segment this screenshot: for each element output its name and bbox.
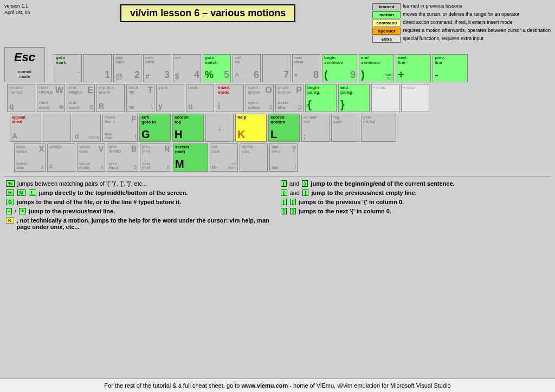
key-P-top: pastebefore — [278, 86, 291, 95]
key-N-main: N — [164, 145, 170, 153]
key-C-main: c — [49, 163, 53, 170]
key-slash: find(rev.) find ? / — [269, 143, 298, 172]
key-minus: prevline - — [433, 54, 468, 82]
version-info: version 1.1 April 1st, 06 — [4, 3, 48, 16]
key-misc-2-top: • misc — [403, 86, 415, 90]
key-L-main: L — [270, 128, 277, 140]
key-0: endsentence ) hardbol — [359, 54, 394, 82]
key-L: screenbottom L → → — [268, 114, 300, 142]
date-label: April 1st, 06 — [4, 10, 48, 16]
key-T: back'till 'till T t — [126, 84, 154, 112]
key-P-main: P — [296, 86, 302, 95]
key-dollar-main: $ — [175, 73, 179, 81]
desc-badge-plus: + — [19, 208, 26, 214]
key-5-label: 5 — [224, 70, 229, 81]
key-N-bot: next(find) — [142, 162, 152, 170]
title-box: vi/vim lesson 6 – various motions — [48, 4, 368, 22]
key-brace-open-main: { — [307, 99, 312, 110]
key-comma-top: setcmd — [212, 145, 220, 153]
key-t-main: t — [151, 103, 153, 110]
desc-and2: and — [290, 190, 300, 196]
key-hash-top: prevident — [145, 56, 154, 64]
key-0-label: hardbol — [385, 73, 392, 81]
key-T-main: T — [147, 86, 153, 95]
key-X-top: back-space — [16, 145, 27, 153]
key-K-top: help — [237, 115, 246, 120]
key-slash-bot: find — [272, 166, 279, 170]
key-percent-top: gotomatch — [205, 56, 218, 66]
key-backtick-shift-label: gotomark — [56, 56, 66, 66]
desc-text-bracket-open: jumps to the previous '{' in column 0. — [299, 199, 404, 205]
key-star-top: nextident — [294, 56, 304, 64]
key-H-top: screentop — [175, 115, 189, 125]
key-J-arrow: ↓ — [217, 122, 222, 133]
key-plus-top: nextline — [398, 56, 406, 66]
key-percent-main: % — [205, 70, 214, 81]
footer-link[interactable]: www.viemu.com — [241, 382, 288, 389]
key-B-top: prevWORD — [109, 145, 121, 153]
legend-badge-extra: extra — [372, 36, 401, 43]
key-x-main: x — [41, 164, 44, 170]
key-v-main: v — [101, 164, 104, 170]
desc-bracket-open1: [ [ jumps to the previous '{' in column … — [280, 199, 550, 205]
key-A-top: appendat eol — [12, 115, 25, 123]
legend-badge-learned: learned — [372, 3, 401, 10]
key-6: softbol ^ 6 — [233, 54, 261, 82]
key-R-top: replacemode — [99, 86, 114, 95]
key-Q: recordmacro q — [7, 84, 35, 112]
desc-badge-M: M — [17, 190, 26, 196]
key-paren-open-main: ( — [324, 69, 328, 81]
key-H-arrow: ← — [198, 115, 202, 120]
key-brace-close: endparag. } — [338, 84, 370, 112]
key-8: nextident * 8 — [292, 54, 320, 82]
key-paren-close-top: endsentence — [361, 56, 380, 66]
key-brace-close-main: } — [340, 99, 345, 110]
key-C: change c — [47, 143, 75, 172]
divider — [4, 176, 551, 177]
key-esc: Esc normalmode — [4, 47, 45, 82]
key-V-top: visuallines — [79, 145, 90, 153]
key-C-top: change — [49, 145, 63, 149]
key-w-main: w — [59, 103, 63, 110]
key-3-label: 3 — [164, 70, 170, 81]
footer-text: For the rest of the tutorial & a full ch… — [104, 382, 241, 389]
desc-percent: % jumps between matching pairs of '(' ')… — [5, 180, 275, 187]
desc-badge-H: H — [6, 190, 14, 196]
legend-badge-motion: motion — [372, 11, 401, 18]
key-K-arrow: ↑ — [263, 115, 266, 120]
key-V-main: V — [99, 145, 104, 153]
key-misc-1-top: • misc — [373, 86, 385, 90]
key-W-bot: nextword — [39, 101, 49, 110]
key-W-top: nextWORD — [39, 86, 53, 95]
desc-badge-percent: % — [6, 180, 15, 187]
key-H-main: H — [175, 128, 182, 140]
key-2-label: 2 — [134, 70, 140, 81]
key-b-main: b — [133, 164, 137, 170]
key-row-z: back-space deletechar X x change c visua… — [14, 143, 551, 172]
desc-badge-brace-open: { — [281, 190, 287, 196]
key-slash-sub: / — [294, 164, 296, 170]
keyboard-area: Esc normalmode gotomark ` 1 playmacr. @ … — [0, 46, 555, 174]
key-M: screenmid'l M — [173, 143, 208, 172]
footer: For the rest of the tutorial & a full ch… — [0, 378, 555, 392]
key-minus-top: prevline — [435, 56, 444, 66]
key-dot-top: repeatcmd — [242, 145, 253, 153]
desc-paren: ( and ) jump to the beginning/end of the… — [280, 180, 550, 187]
key-l-arrow: → — [294, 136, 298, 140]
desc-sep: / — [15, 208, 16, 214]
key-V-bot: visualmode — [79, 162, 90, 170]
key-e-main: e — [89, 103, 93, 110]
key-7-label: 7 — [283, 70, 289, 81]
key-row-q: recordmacro q nextWORD nextword W w endW… — [7, 84, 551, 112]
desc-badge-minus: - — [6, 208, 12, 214]
key-L-arrow: → — [294, 115, 298, 120]
key-4: eol $ 4 — [173, 54, 201, 82]
footer-suffix: - home of ViEmu, vi/vim emulation for Mi… — [288, 382, 450, 389]
key-slash-top: find(rev.) — [272, 145, 281, 153]
desc-badge-K: K — [6, 217, 14, 224]
key-at-main: @ — [115, 73, 123, 81]
descriptions-area: % jumps between matching pairs of '(' ')… — [0, 178, 555, 235]
key-hash-main: # — [145, 73, 150, 81]
version-label: version 1.1 — [4, 3, 48, 10]
key-K-main: K — [237, 128, 245, 140]
